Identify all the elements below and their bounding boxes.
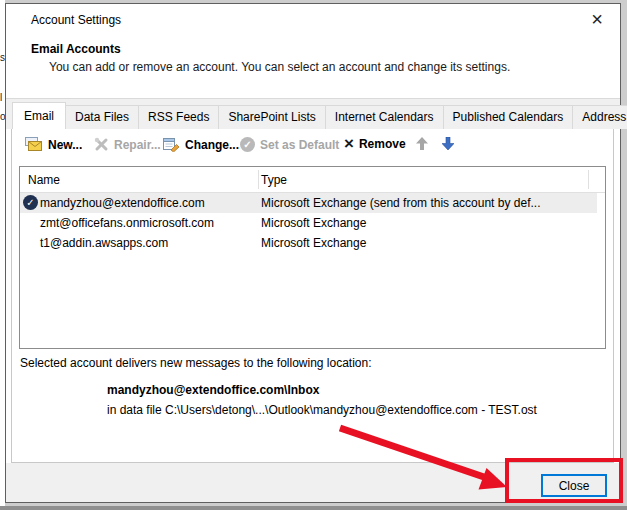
change-button-label: Change... xyxy=(185,138,239,152)
account-type: Microsoft Exchange (send from this accou… xyxy=(261,193,540,213)
tab-internet-calendars[interactable]: Internet Calendars xyxy=(325,105,444,129)
tab-rss-feeds[interactable]: RSS Feeds xyxy=(138,105,219,129)
section-description: You can add or remove an account. You ca… xyxy=(49,60,510,74)
account-row[interactable]: zmt@officefans.onmicrosoft.com Microsoft… xyxy=(20,213,605,233)
account-name: t1@addin.awsapps.com xyxy=(40,233,168,253)
delivery-location-path: mandyzhou@extendoffice.com\Inbox xyxy=(107,383,319,397)
move-up-button xyxy=(416,137,428,150)
account-name: mandyzhou@extendoffice.com xyxy=(40,193,205,213)
list-header: Name Type xyxy=(20,167,605,193)
default-check-icon: ✓ xyxy=(240,137,255,152)
remove-x-icon: × xyxy=(344,137,354,151)
account-type: Microsoft Exchange xyxy=(261,233,366,253)
account-type: Microsoft Exchange xyxy=(261,213,366,233)
accounts-list: Name Type ✓ mandyzhou@extendoffice.com M… xyxy=(19,166,606,349)
dialog-footer: Close xyxy=(6,463,620,502)
tab-published-calendars[interactable]: Published Calendars xyxy=(443,105,574,129)
dialog-title: Account Settings xyxy=(31,13,121,27)
screen-edge xyxy=(0,506,627,510)
tab-email[interactable]: Email xyxy=(12,102,66,129)
tab-data-files[interactable]: Data Files xyxy=(65,105,139,129)
close-button[interactable]: Close xyxy=(541,474,607,497)
column-divider[interactable] xyxy=(588,170,589,189)
set-default-button-label: Set as Default xyxy=(260,138,339,152)
account-settings-dialog: Account Settings × Email Accounts You ca… xyxy=(5,3,621,503)
column-header-type[interactable]: Type xyxy=(261,173,287,187)
account-name: zmt@officefans.onmicrosoft.com xyxy=(40,213,214,233)
email-tab-page: New... Repair... Ch xyxy=(11,129,614,463)
change-account-button[interactable]: Change... xyxy=(163,137,239,152)
tab-address-books[interactable]: Address Books xyxy=(572,105,627,129)
remove-button-label: Remove xyxy=(359,137,406,151)
tab-strip: Email Data Files RSS Feeds SharePoint Li… xyxy=(6,98,620,129)
new-account-button[interactable]: New... xyxy=(25,137,82,152)
move-down-button[interactable] xyxy=(442,137,454,150)
tab-sharepoint-lists[interactable]: SharePoint Lists xyxy=(218,105,325,129)
close-icon[interactable]: × xyxy=(584,6,610,32)
background-text-fragment: l xyxy=(0,92,2,103)
repair-button-label: Repair... xyxy=(114,138,161,152)
account-row[interactable]: t1@addin.awsapps.com Microsoft Exchange xyxy=(20,233,605,253)
new-mail-icon xyxy=(25,137,43,152)
delivery-location-intro: Selected account delivers new messages t… xyxy=(20,356,372,370)
column-divider[interactable] xyxy=(258,170,259,189)
new-button-label: New... xyxy=(48,138,82,152)
delivery-data-file-path: in data file C:\Users\detong\...\Outlook… xyxy=(107,403,537,417)
repair-account-button: Repair... xyxy=(94,137,161,152)
move-up-arrow-icon xyxy=(416,137,428,150)
set-as-default-button: ✓ Set as Default xyxy=(240,137,339,152)
section-title: Email Accounts xyxy=(31,42,121,56)
account-row[interactable]: ✓ mandyzhou@extendoffice.com Microsoft E… xyxy=(20,193,597,213)
accounts-toolbar: New... Repair... Ch xyxy=(12,129,613,167)
change-form-icon xyxy=(163,137,180,152)
move-down-arrow-icon xyxy=(442,137,454,150)
title-bar: Account Settings × xyxy=(6,4,620,36)
remove-account-button[interactable]: × Remove xyxy=(344,137,406,151)
column-header-name[interactable]: Name xyxy=(28,173,60,187)
default-account-badge-icon: ✓ xyxy=(23,195,38,210)
repair-tools-icon xyxy=(94,137,109,152)
